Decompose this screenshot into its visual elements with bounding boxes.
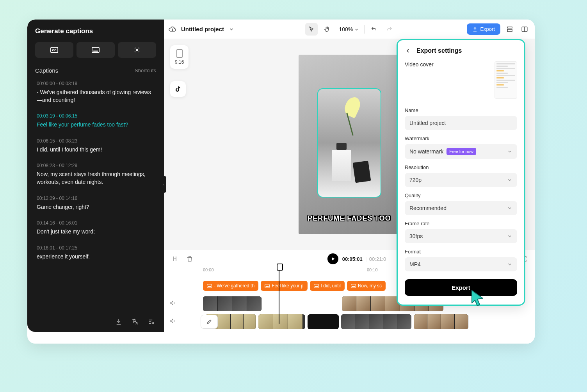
bottle-graphic (332, 150, 351, 181)
flower-graphic (345, 97, 369, 124)
caption-time: 00:06:15 - 00:08:23 (37, 138, 155, 144)
split-button[interactable] (170, 254, 180, 264)
watermark-value: No watermark (409, 148, 443, 155)
name-input[interactable] (405, 116, 517, 130)
caption-clip[interactable]: - We've gathered th (203, 281, 258, 291)
audio-icon[interactable] (168, 300, 177, 308)
video-preview[interactable]: PERFUME FADES TOO (299, 55, 400, 234)
svg-rect-10 (208, 286, 211, 287)
hand-tool-button[interactable] (321, 23, 333, 36)
caption-item[interactable]: 00:14:16 - 00:16:01 Don't just take my w… (35, 219, 156, 237)
scan-mode-button[interactable] (118, 42, 156, 58)
resolution-select[interactable]: 720p (405, 173, 517, 187)
svg-rect-14 (315, 286, 318, 287)
subtitle-mode-button[interactable] (76, 42, 115, 58)
caption-item[interactable]: 00:08:23 - 00:12:29 Now, my scent stays … (35, 162, 156, 187)
caption-overlay: PERFUME FADES TOO (299, 214, 400, 223)
svg-rect-13 (314, 284, 318, 287)
caption-text: experience it yourself. (37, 253, 155, 261)
cc-icon (207, 284, 212, 288)
format-value: MP4 (409, 261, 421, 267)
quality-select[interactable]: Recommended (405, 201, 517, 215)
caption-clip[interactable]: Feel like your p (261, 281, 307, 291)
total-time: | 00:21:0 (366, 256, 386, 262)
cloud-save-icon[interactable] (169, 25, 176, 33)
watermark-select[interactable]: No watermark Free for now (405, 144, 517, 159)
layout-stack-icon (506, 26, 513, 33)
aspect-ratio-icon (176, 49, 183, 58)
divider (364, 25, 365, 34)
svg-point-4 (136, 49, 138, 51)
caption-item[interactable]: 00:06:15 - 00:08:23 I did, until I found… (35, 137, 156, 155)
translate-button[interactable] (130, 317, 140, 326)
delete-button[interactable] (185, 254, 194, 264)
sidebar-collapse-handle[interactable]: ‹ (162, 176, 166, 193)
chevron-down-icon[interactable] (229, 27, 234, 32)
trash-icon (186, 255, 193, 262)
free-badge: Free for now (446, 148, 476, 155)
video-track-2[interactable] (180, 313, 535, 331)
cursor-indicator-icon (470, 289, 485, 307)
svg-rect-7 (507, 29, 512, 32)
split-icon (171, 255, 178, 262)
edit-clip-button[interactable] (201, 315, 218, 329)
name-label: Name (405, 107, 517, 113)
aspect-ratio-badge[interactable]: 9:16 (170, 45, 189, 69)
video-clip[interactable] (341, 314, 411, 329)
pencil-icon (206, 319, 212, 325)
back-button[interactable] (405, 48, 411, 54)
cc-mode-button[interactable]: CC (35, 42, 73, 58)
download-button[interactable] (114, 317, 123, 326)
caption-item[interactable]: 00:03:19 - 00:06:15 Feel like your perfu… (35, 112, 156, 130)
export-action-button[interactable]: Export (405, 279, 517, 296)
caption-text: I did, until I found this gem! (37, 146, 155, 154)
framerate-select[interactable]: 30fps (405, 229, 517, 243)
zoom-level[interactable]: 100% (336, 26, 361, 32)
quality-label: Quality (405, 192, 517, 198)
caption-time: 00:08:23 - 00:12:29 (37, 163, 155, 168)
chevron-down-icon (507, 262, 512, 267)
caption-text: - We've gathered thousands of glowing re… (37, 89, 155, 104)
preview-selection[interactable] (317, 88, 381, 198)
ruler-tick: 00:00 (203, 267, 214, 272)
audio-icon[interactable] (168, 318, 177, 326)
cursor-icon (308, 26, 315, 32)
toolbar-center: 100% (305, 23, 396, 36)
resolution-field-group: Resolution 720p (405, 164, 517, 187)
video-cover-thumbnail[interactable] (495, 61, 517, 99)
top-toolbar: Untitled project 100% Export (164, 20, 535, 39)
export-icon (472, 27, 478, 32)
caption-item[interactable]: 00:16:01 - 00:17:25 experience it yourse… (35, 244, 156, 262)
export-button[interactable]: Export (467, 23, 500, 35)
redo-button[interactable] (383, 23, 396, 36)
captions-sidebar: Generate captions CC Captions Shortcuts … (27, 20, 164, 332)
format-select[interactable]: MP4 (405, 257, 517, 271)
shortcuts-link[interactable]: Shortcuts (135, 68, 156, 73)
layout-stack-button[interactable] (504, 24, 515, 35)
tiktok-badge[interactable] (170, 81, 186, 97)
caption-clip[interactable]: Now, my sc (347, 281, 386, 291)
video-clip[interactable] (414, 314, 468, 329)
cc-icon (265, 284, 270, 288)
caption-text: Now, my scent stays fresh through meetin… (37, 171, 155, 186)
play-button[interactable] (327, 253, 338, 264)
undo-button[interactable] (368, 23, 380, 36)
video-clip[interactable] (203, 296, 261, 311)
chevron-down-icon (507, 177, 512, 183)
video-clip[interactable] (258, 314, 305, 329)
cc-icon (351, 284, 356, 288)
playhead[interactable] (279, 265, 279, 324)
subtitle-icon (92, 47, 100, 53)
video-clip[interactable] (308, 314, 339, 329)
caption-item[interactable]: 00:12:29 - 00:14:16 Game changer, right? (35, 195, 156, 212)
caption-item[interactable]: 00:00:00 - 00:03:19 - We've gathered tho… (35, 80, 156, 105)
project-title[interactable]: Untitled project (181, 26, 224, 32)
tiktok-icon (174, 86, 181, 93)
toolbar-left: Untitled project (169, 25, 234, 33)
cursor-tool-button[interactable] (305, 23, 318, 36)
search-list-button[interactable] (147, 317, 156, 326)
layout-columns-button[interactable] (519, 24, 530, 35)
caption-clip[interactable]: I did, until (310, 281, 345, 291)
quality-value: Recommended (409, 205, 446, 211)
scan-icon (133, 47, 141, 53)
